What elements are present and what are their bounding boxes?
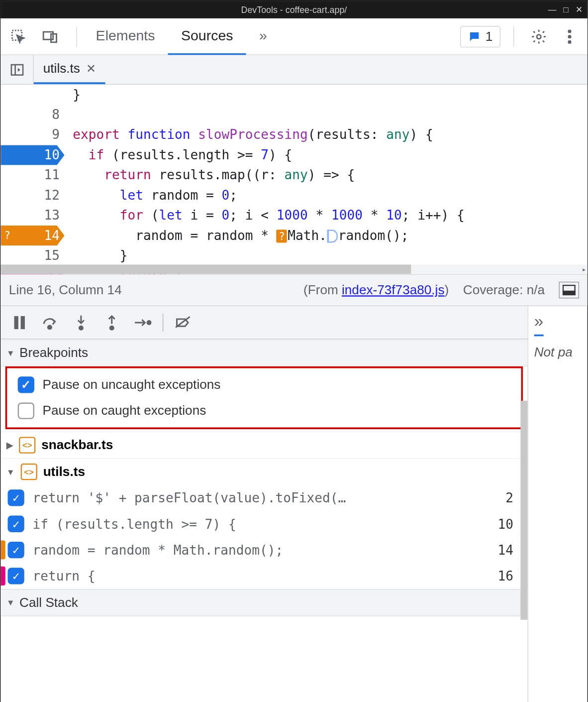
maximize-icon[interactable]: □ [564,5,569,14]
right-sidebar: » Not pa [528,306,588,702]
breakpoint-entry[interactable]: if (results.length >= 7) { 10 [0,511,527,537]
vertical-scrollbar[interactable] [520,401,527,620]
step-over-icon[interactable] [37,309,63,335]
step-icon[interactable] [129,309,155,335]
pause-uncaught-row[interactable]: Pause on uncaught exceptions [9,372,519,398]
window-title: DevTools - coffee-cart.app/ [241,4,347,14]
svg-rect-7 [11,64,22,75]
cursor-position: Line 16, Column 14 [9,282,122,298]
inline-conditional-icon[interactable]: ? [277,230,287,242]
gutter: 8 9 10 11 12 13 14 15 16 [0,85,64,274]
breakpoint-checkbox[interactable] [7,516,24,532]
section-breakpoints[interactable]: ▼ Breakpoints [0,339,527,366]
highlight-annotation: Pause on uncaught exceptions Pause on ca… [5,366,523,429]
script-file-icon: <> [19,437,35,453]
breakpoint-checkbox[interactable] [7,542,24,558]
step-into-icon[interactable] [68,309,94,335]
svg-point-19 [147,321,151,324]
more-vert-icon[interactable] [558,24,582,48]
issues-badge[interactable]: 1 [460,26,500,47]
pause-resume-icon[interactable] [6,309,32,335]
tab-more[interactable]: » [246,18,280,55]
bp-group-utils[interactable]: ▼ <> utils.ts [0,458,527,485]
minimize-icon[interactable]: — [548,5,557,14]
code-content: } export function slowProcessing(results… [65,85,588,274]
breakpoint-checkbox[interactable] [7,568,24,584]
inline-column-marker-icon[interactable] [327,230,337,242]
section-callstack[interactable]: ▼ Call Stack [0,589,527,616]
svg-rect-12 [21,316,25,329]
close-icon[interactable]: ✕ [576,5,583,14]
debugger-toolbar [0,306,527,340]
svg-point-4 [568,29,571,33]
svg-point-5 [568,35,571,38]
svg-point-15 [79,326,83,330]
collapse-icon: ▼ [6,348,14,357]
breakpoint-marker[interactable]: 10 [0,145,64,165]
expand-icon: ▶ [6,441,13,450]
breakpoint-entry[interactable]: return { 16 [0,563,527,589]
bp-group-snackbar[interactable]: ▶ <> snackbar.ts [0,432,527,459]
device-toggle-icon[interactable] [38,24,62,48]
collapse-icon: ▼ [6,467,14,476]
file-tab-utils[interactable]: utils.ts ✕ [34,55,105,84]
svg-rect-10 [563,291,575,295]
bottom-panel-toggle-icon[interactable] [559,282,579,298]
more-tabs-icon[interactable]: » [534,312,544,337]
tab-sources[interactable]: Sources [168,18,246,55]
svg-rect-11 [14,316,18,329]
issues-count: 1 [486,29,493,44]
svg-point-3 [537,34,541,38]
tab-elements[interactable]: Elements [83,18,168,55]
svg-point-6 [568,40,571,43]
source-map-link[interactable]: index-73f73a80.js [342,282,445,297]
script-file-icon: <> [20,464,37,480]
horizontal-scrollbar[interactable]: ▸ [0,264,587,274]
paused-status: Not pa [534,345,582,360]
step-out-icon[interactable] [99,309,125,335]
code-editor[interactable]: 8 9 10 11 12 13 14 15 16 } export functi… [0,85,587,274]
close-file-icon[interactable]: ✕ [86,62,96,76]
breakpoint-entry[interactable]: random = random * Math.random(); 14 [0,537,527,563]
toggle-navigator-icon[interactable] [0,55,34,84]
svg-point-17 [110,326,113,330]
checkbox-pause-caught[interactable] [18,403,34,419]
pause-caught-row[interactable]: Pause on caught exceptions [9,398,519,424]
file-tab-bar: utils.ts ✕ [0,55,587,85]
breakpoint-entry[interactable]: return '$' + parseFloat(value).toFixed(…… [0,485,527,511]
breakpoint-checkbox[interactable] [7,489,24,506]
main-toolbar: Elements Sources » 1 [0,18,587,55]
conditional-breakpoint-marker[interactable]: 14 [0,226,64,245]
title-bar: DevTools - coffee-cart.app/ — □ ✕ [0,0,587,18]
settings-icon[interactable] [527,24,551,48]
checkbox-pause-uncaught[interactable] [18,376,34,393]
deactivate-breakpoints-icon[interactable] [170,309,196,335]
source-map-from: (From index-73f73a80.js) [303,282,449,298]
collapse-icon: ▼ [6,598,14,607]
inspect-icon[interactable] [6,24,30,48]
editor-status-bar: Line 16, Column 14 (From index-73f73a80.… [0,274,587,306]
coverage-status: Coverage: n/a [463,282,545,298]
svg-point-13 [48,325,51,329]
